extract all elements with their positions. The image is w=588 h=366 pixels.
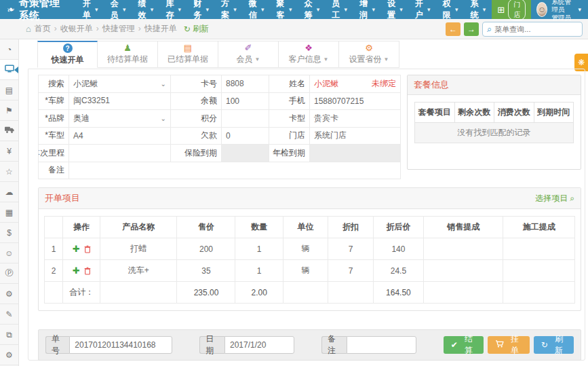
note-input[interactable]	[347, 336, 416, 354]
app-logo[interactable]: ❧ 奇策管理系统	[0, 0, 77, 19]
sidebar-item-7[interactable]: ☆	[0, 162, 18, 182]
chevron-down-icon: ▾	[427, 6, 431, 13]
field-text: 奥迪	[73, 113, 90, 124]
comment-icon: ☁	[5, 187, 14, 197]
forward-button[interactable]: →	[464, 22, 479, 36]
breadcrumb-item[interactable]: 收银开单	[60, 24, 93, 33]
date-label: 日期	[199, 336, 224, 354]
nav-menu-微信[interactable]: 微信▾	[243, 0, 271, 19]
table-row: 2✚洗车+351辆724.5	[45, 260, 575, 282]
add-item-icon[interactable]: ✚	[73, 266, 80, 276]
crumb-right: ← → ⌕	[446, 22, 583, 37]
nav-menu-员工[interactable]: 员工▾	[326, 0, 353, 19]
order-no-input[interactable]	[69, 336, 172, 354]
select-items-link[interactable]: 选择项目 ⌕	[535, 193, 574, 204]
field-value-品牌[interactable]: 奥迪⌄	[69, 110, 171, 128]
tab-快速开单[interactable]: ?快速开单	[37, 41, 98, 68]
结算-button[interactable]: ✔结算	[444, 336, 484, 354]
sidebar-item-15[interactable]: ⧉	[0, 325, 18, 345]
menu-search-input[interactable]	[494, 25, 578, 33]
tab-label: 会员	[237, 54, 253, 65]
package-panel-title: 套餐信息	[414, 79, 449, 91]
user-menu[interactable]: ☺ 系统管理员 管理员 ▾	[531, 0, 588, 19]
sidebar-item-1[interactable]: ◔	[0, 39, 18, 60]
nav-menu-增润[interactable]: 增润▾	[353, 0, 381, 19]
store-badge[interactable]: 门店	[508, 0, 526, 20]
field-label-车牌: *车牌	[39, 93, 69, 111]
nav-menu-财务[interactable]: 财务▾	[187, 0, 215, 19]
items-col-售价: 售价	[177, 217, 235, 238]
field-label-保险到期: 保险到期	[171, 145, 222, 162]
nav-menu-开户[interactable]: 开户▾	[409, 0, 437, 19]
breadcrumb-item[interactable]: 首页	[35, 24, 51, 33]
nav-menu-label: 绩效	[138, 0, 148, 21]
sidebar-item-16[interactable]: ⚙	[0, 345, 18, 365]
total-cell	[100, 282, 177, 304]
package-col-剩余次数: 剩余次数	[454, 103, 494, 123]
back-button[interactable]: ←	[446, 22, 460, 36]
sidebar-item-9[interactable]: ▦	[0, 202, 18, 223]
star-icon: ☆	[5, 167, 13, 177]
sidebar-item-5[interactable]	[0, 121, 18, 141]
sidebar-item-2[interactable]	[0, 60, 18, 80]
tab-待结算单据[interactable]: ♟待结算单据	[98, 41, 158, 68]
sidebar-item-12[interactable]: Ⓟ	[0, 263, 18, 284]
tab-已结算单据[interactable]: ▤已结算单据	[158, 41, 218, 68]
field-value-本次里程[interactable]	[69, 145, 171, 162]
row-actions-wrap: ✚	[64, 244, 98, 254]
total-cell	[283, 282, 328, 304]
nav-menu-库存[interactable]: 库存▾	[159, 0, 187, 19]
nav-menu-方案[interactable]: 方案▾	[215, 0, 243, 19]
sidebar-item-8[interactable]: ☁	[0, 182, 18, 202]
chevron-down-icon: ▾	[483, 6, 486, 13]
field-value-卡型: 贵宾卡	[310, 110, 401, 128]
nav-menu-绩效[interactable]: 绩效▾	[132, 0, 159, 19]
nav-menu-开单[interactable]: 开单▾	[77, 0, 104, 19]
breadcrumb-item[interactable]: 快捷管理	[102, 24, 135, 33]
field-value-搜索[interactable]: 小泥鳅⌄	[69, 75, 171, 93]
breadcrumb-refresh[interactable]: ↻ 刷新	[184, 23, 209, 35]
sidebar-item-13[interactable]: ⚙	[0, 284, 18, 304]
sidebar-item-6[interactable]: ¥	[0, 141, 18, 162]
home-icon[interactable]: ⌂	[26, 24, 31, 34]
field-value-车牌[interactable]: 闽C33251	[69, 93, 171, 111]
tab-label-row: 设置省份▼	[349, 54, 389, 65]
cell: 140	[373, 238, 423, 260]
date-input[interactable]	[224, 336, 294, 354]
nav-menu-会员[interactable]: 会员▾	[104, 0, 132, 19]
tab-客户信息[interactable]: ❖客户信息▼	[279, 41, 339, 68]
nav-menu-label: 系统	[470, 0, 480, 21]
breadcrumb-item[interactable]: 快捷开单	[144, 24, 177, 33]
cell	[424, 238, 503, 260]
nav-menu-权限[interactable]: 权限▾	[437, 0, 465, 19]
field-value-备注[interactable]	[69, 162, 401, 180]
row-actions: ✚	[63, 260, 100, 282]
nav-menu-系统[interactable]: 系统▾	[464, 0, 492, 19]
挂单-button[interactable]: 挂单	[488, 336, 530, 354]
sidebar-item-3[interactable]: ▤	[0, 80, 18, 100]
nav-menu-众筹[interactable]: 众筹▾	[298, 0, 326, 19]
nav-menu-设置[interactable]: 设置▾	[381, 0, 409, 19]
sidebar-item-11[interactable]: ☺	[0, 243, 18, 263]
field-label-卡号: 卡号	[171, 75, 222, 93]
刷新-button[interactable]: ↻刷新	[534, 336, 574, 354]
chevron-down-icon: ▾	[233, 6, 237, 13]
sidebar-item-14[interactable]: ✎	[0, 304, 18, 325]
zoom-in-icon: ⌕	[570, 194, 574, 203]
delete-item-icon[interactable]	[84, 245, 91, 253]
sidebar-item-10[interactable]: $	[0, 223, 18, 243]
delete-item-icon[interactable]	[84, 267, 91, 275]
field-value-车型[interactable]: A4	[69, 128, 171, 145]
sidebar-item-4[interactable]: ⚑	[0, 100, 18, 121]
add-item-icon[interactable]: ✚	[73, 244, 80, 254]
dollar-icon: $	[7, 228, 12, 238]
field-text: 小泥鳅	[73, 78, 98, 90]
nav-menu-聚客[interactable]: 聚客▾	[271, 0, 298, 19]
tab-设置省份[interactable]: ⚙设置省份▼	[339, 41, 399, 68]
tab-会员[interactable]: ✐会员▼	[218, 41, 279, 68]
cell: 7	[328, 260, 373, 282]
field-label-品牌: *品牌	[39, 110, 69, 128]
chevron-down-icon: ▾	[372, 6, 375, 13]
total-row: 合计：235.002.00164.50	[45, 282, 575, 304]
store-segment[interactable]: ⊞ 门店	[492, 0, 531, 19]
